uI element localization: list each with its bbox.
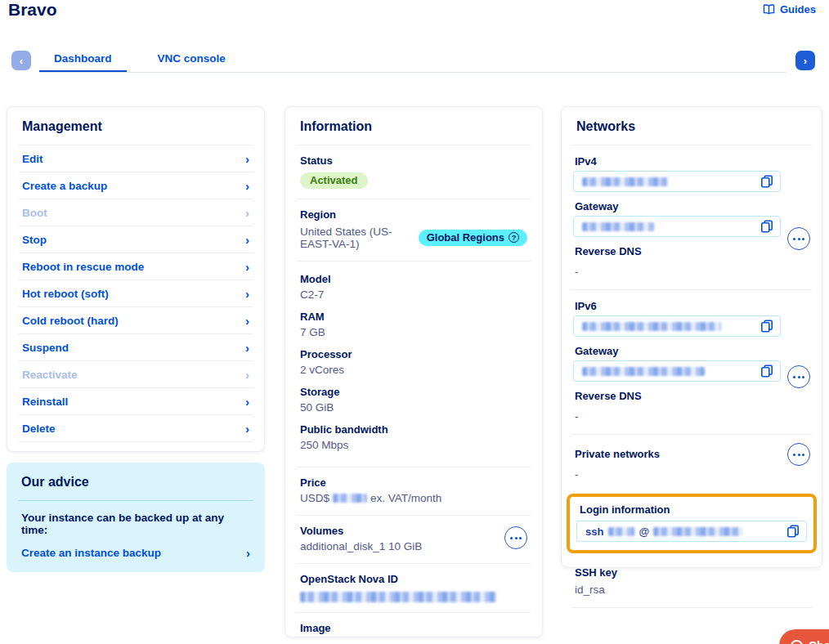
chat-button[interactable]: Chat [779, 629, 829, 644]
chevron-right-icon: › [246, 546, 250, 560]
ssh-prefix: ssh [585, 525, 603, 538]
nova-id-label: OpenStack Nova ID [300, 571, 527, 588]
copy-ipv6-gateway-button[interactable] [759, 363, 775, 379]
ipv4-menu-button[interactable] [787, 227, 810, 250]
global-regions-badge: Global Regions ? [419, 230, 527, 246]
management-item-hot-reboot[interactable]: Hot reboot (soft)› [19, 280, 253, 307]
login-information-field[interactable]: ssh @ [576, 521, 807, 542]
region-section: Region United States (US-EAST-VA-1) Glob… [297, 199, 531, 262]
ssh-key-group: SSH key id_rsa [571, 553, 812, 608]
image-section: Image - [297, 613, 531, 644]
ram-value: 7 GB [300, 325, 527, 339]
management-item-edit[interactable]: Edit› [19, 145, 253, 172]
help-icon[interactable]: ? [509, 232, 519, 243]
management-item-delete[interactable]: Delete› [19, 415, 253, 442]
login-information-highlight: Login information ssh @ [567, 494, 817, 553]
ipv4-gateway-field[interactable] [573, 216, 781, 237]
region-value: United States (US-EAST-VA-1) [300, 225, 410, 251]
copy-login-button[interactable] [785, 523, 801, 539]
ipv6-redacted-value [582, 322, 721, 331]
storage-label: Storage [300, 384, 527, 400]
ipv6-gateway-field[interactable] [573, 360, 781, 382]
processor-value: 2 vCores [300, 363, 527, 377]
copy-ipv6-button[interactable] [759, 318, 775, 334]
private-networks-group: Private networks - [571, 435, 812, 485]
management-item-stop[interactable]: Stop› [19, 226, 253, 253]
tabs-scroll-left-button[interactable]: ‹ [11, 51, 31, 70]
image-value: - [300, 637, 527, 644]
management-panel: Management Edit› Create a backup› Boot› … [7, 106, 265, 452]
status-label: Status [300, 153, 527, 169]
volumes-menu-button[interactable] [504, 526, 527, 549]
chat-label: Chat [809, 639, 829, 644]
chevron-right-icon: › [245, 287, 249, 301]
guides-button[interactable]: Guides [763, 3, 816, 16]
ipv4-redacted-value [582, 177, 668, 186]
image-label: Image [300, 620, 527, 637]
tab-vnc-console[interactable]: VNC console [143, 49, 240, 72]
copy-ipv4-gateway-button[interactable] [759, 218, 775, 235]
information-panel: Information Status Activated Region Unit… [285, 106, 543, 637]
nova-id-redacted-value [300, 592, 496, 602]
ipv4-gateway-label: Gateway [571, 192, 812, 216]
storage-value: 50 GiB [300, 400, 527, 414]
status-badge: Activated [300, 172, 368, 189]
processor-label: Processor [300, 347, 527, 363]
ssh-at-separator: @ [639, 525, 649, 538]
page-title: Bravo [8, 0, 57, 20]
private-networks-value: - [571, 463, 812, 481]
tabs-scroll-right-button[interactable]: › [795, 51, 815, 70]
chevron-right-icon: › [245, 368, 249, 382]
bandwidth-label: Public bandwidth [300, 422, 527, 438]
ipv6-field[interactable] [573, 315, 781, 337]
price-redacted-value [333, 494, 367, 503]
guides-label: Guides [780, 3, 816, 16]
chevron-right-icon: › [245, 314, 249, 328]
chevron-right-icon: › [245, 422, 249, 436]
private-networks-menu-button[interactable] [787, 443, 810, 466]
ipv6-gateway-label: Gateway [571, 337, 812, 360]
ipv6-gateway-redacted-value [582, 367, 705, 376]
bandwidth-value: 250 Mbps [300, 438, 527, 452]
price-suffix: ex. VAT/month [370, 492, 441, 504]
chat-icon [791, 640, 803, 644]
management-item-boot: Boot› [19, 199, 253, 226]
private-networks-label: Private networks [571, 441, 812, 463]
advice-text: Your instance can be backed up at any ti… [18, 501, 253, 536]
chevron-right-icon: › [245, 152, 249, 166]
ipv4-reverse-dns-value: - [571, 261, 812, 278]
chevron-right-icon: › [245, 395, 249, 409]
create-instance-backup-link[interactable]: Create an instance backup › [18, 536, 253, 560]
tab-dashboard[interactable]: Dashboard [39, 49, 127, 72]
copy-ipv4-button[interactable] [759, 173, 775, 190]
management-item-reinstall[interactable]: Reinstall› [19, 388, 253, 415]
management-item-reboot-rescue[interactable]: Reboot in rescue mode› [19, 253, 253, 280]
ipv4-group: IPv4 Gateway [571, 145, 812, 290]
ipv4-label: IPv4 [571, 152, 812, 171]
ipv4-reverse-dns-label: Reverse DNS [571, 237, 812, 261]
ipv4-gateway-redacted-value [582, 222, 654, 231]
ipv4-field[interactable] [573, 171, 781, 192]
volumes-value: additional_disk_1 10 GiB [300, 539, 527, 553]
book-icon [763, 4, 775, 15]
management-item-create-backup[interactable]: Create a backup› [19, 172, 253, 199]
management-item-cold-reboot[interactable]: Cold reboot (hard)› [19, 307, 253, 334]
chevron-right-icon: › [245, 233, 249, 247]
ram-label: RAM [300, 309, 527, 325]
ssh-user-redacted [608, 527, 634, 536]
ssh-key-label: SSH key [571, 563, 812, 582]
chevron-right-icon: › [245, 206, 249, 220]
ssh-host-redacted [653, 527, 743, 536]
ipv6-menu-button[interactable] [787, 365, 810, 388]
tab-bar: Dashboard VNC console [39, 49, 786, 73]
management-title: Management [19, 107, 253, 145]
model-value: C2-7 [300, 288, 527, 302]
chevron-right-icon: › [245, 179, 249, 193]
ssh-key-value: id_rsa [571, 582, 812, 596]
management-item-reactivate: Reactivate› [19, 361, 253, 388]
volumes-label: Volumes [300, 523, 527, 539]
chevron-right-icon: › [245, 260, 249, 274]
ipv6-group: IPv6 Gateway [571, 290, 812, 435]
advice-panel: Our advice Your instance can be backed u… [7, 463, 265, 572]
management-item-suspend[interactable]: Suspend› [19, 334, 253, 361]
